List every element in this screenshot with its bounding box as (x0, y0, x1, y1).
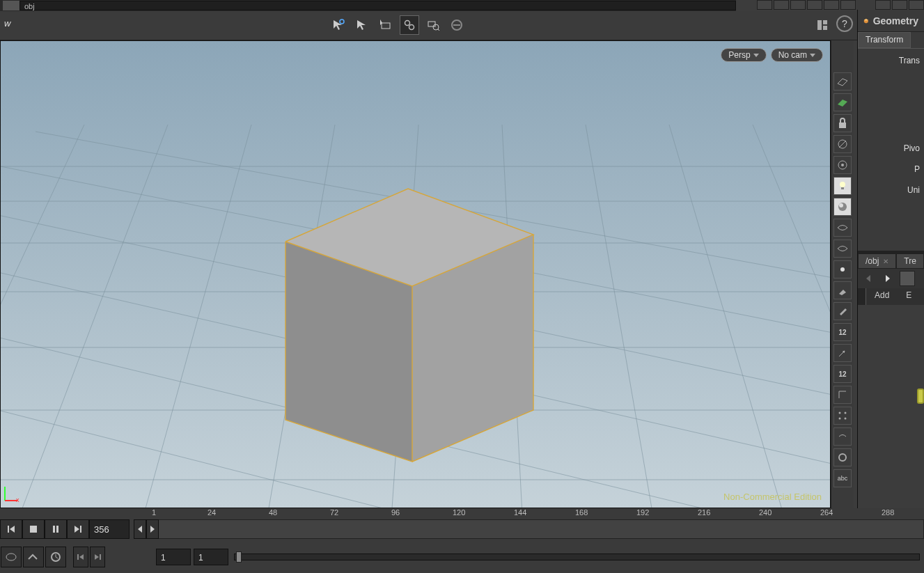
label-icon[interactable]: abc (833, 469, 852, 487)
path-field[interactable]: obj (19, 1, 736, 10)
last-frame-button[interactable] (67, 519, 89, 539)
nav-back-icon[interactable] (861, 271, 876, 286)
shelf-icon-1[interactable] (757, 0, 772, 10)
help-icon[interactable]: ? (836, 15, 853, 32)
prim-number-icon[interactable]: 12 (833, 365, 852, 383)
wire-over-icon[interactable] (833, 240, 852, 258)
close-icon[interactable]: ✕ (883, 258, 888, 265)
svg-point-53 (839, 203, 843, 207)
svg-rect-63 (8, 526, 9, 533)
disc-icon[interactable] (833, 448, 852, 466)
svg-point-0 (340, 19, 344, 24)
playbar-bottom: 1 1 (0, 542, 924, 572)
shelf-icon-3[interactable] (790, 0, 806, 10)
first-frame-button[interactable] (0, 519, 22, 539)
play-backward-button[interactable] (22, 519, 45, 539)
trail-icon[interactable] (833, 427, 852, 446)
pause-button[interactable] (45, 519, 67, 539)
hide-other-icon[interactable] (833, 135, 852, 153)
svg-marker-44 (838, 100, 847, 107)
brush-display-icon[interactable] (833, 281, 852, 299)
display-options-rail: 12 12 abc (831, 40, 854, 508)
shelf-icon-5[interactable] (824, 0, 839, 10)
svg-marker-43 (838, 79, 847, 86)
key-icon[interactable] (23, 547, 44, 567)
svg-point-68 (6, 554, 16, 560)
nav-forward-icon[interactable] (880, 271, 895, 286)
label-uniform: Uni (859, 185, 923, 195)
step-back-button[interactable] (134, 519, 146, 539)
headlight-icon[interactable] (833, 177, 852, 195)
timeline-track[interactable] (149, 519, 924, 539)
step-forward-button[interactable] (146, 519, 159, 539)
geometry-box[interactable] (283, 186, 547, 471)
svg-line-47 (839, 141, 846, 148)
network-tab-obj[interactable]: /obj✕ (858, 253, 896, 269)
disable-tool-icon[interactable] (447, 15, 467, 35)
select-tool-icon[interactable] (329, 15, 348, 35)
select-visible-tool-icon[interactable] (352, 15, 372, 35)
normals-icon[interactable] (833, 344, 852, 362)
svg-rect-67 (80, 526, 81, 533)
network-gutter[interactable] (858, 288, 866, 305)
lock-camera-icon[interactable] (833, 114, 852, 132)
range-slider[interactable] (234, 554, 920, 560)
shelf-icon-4[interactable] (807, 0, 822, 10)
geometry-node[interactable] (917, 388, 924, 404)
svg-point-56 (839, 412, 841, 414)
network-view-icon[interactable] (900, 271, 915, 286)
svg-rect-51 (841, 187, 844, 189)
menu-edit[interactable]: E (898, 288, 920, 305)
svg-rect-66 (56, 526, 58, 533)
parameter-panel: Geometry Transform Trans Pivo P Uni /obj… (857, 10, 924, 572)
range-end-button[interactable] (90, 547, 105, 567)
current-frame-field[interactable]: 356 (89, 519, 130, 539)
ghost-other-icon[interactable] (833, 156, 852, 174)
label-pivot: Pivo (859, 143, 923, 153)
network-tab-tree[interactable]: Tre (896, 253, 924, 269)
node-type-icon[interactable] (3, 1, 19, 10)
ref-plane-icon[interactable] (833, 72, 852, 91)
view-layout-icon[interactable] (813, 15, 832, 35)
svg-point-5 (433, 24, 439, 30)
grid-points-icon[interactable] (833, 407, 852, 425)
svg-line-20 (1, 125, 84, 508)
xray-icon[interactable] (833, 219, 852, 237)
viewport-3d[interactable]: Persp No cam Non-Commercial Edition x (0, 40, 831, 508)
svg-rect-1 (382, 23, 390, 29)
menu-add[interactable]: Add (866, 288, 898, 305)
label-transform-order: Trans (859, 56, 923, 65)
snapping-tool-icon[interactable] (400, 15, 419, 35)
profile-icon[interactable] (833, 386, 852, 404)
construction-plane-icon[interactable] (833, 93, 852, 111)
svg-line-6 (438, 29, 439, 31)
svg-line-71 (56, 557, 58, 558)
range-start-button[interactable] (73, 547, 88, 567)
svg-rect-45 (839, 123, 846, 128)
svg-rect-65 (53, 526, 55, 533)
camera-persp-dropdown[interactable]: Persp (721, 48, 766, 62)
shelf-icon-9[interactable] (909, 0, 924, 10)
range-start-field[interactable]: 1 (156, 549, 191, 565)
inspect-tool-icon[interactable] (423, 15, 443, 35)
svg-rect-64 (30, 526, 37, 533)
picker-icon[interactable] (833, 302, 852, 320)
svg-point-55 (840, 267, 845, 272)
svg-line-21 (15, 125, 168, 508)
timeline-ruler[interactable]: 1 24 48 72 96 120 144 168 192 216 240 26… (149, 508, 924, 518)
camera-select-dropdown[interactable]: No cam (771, 48, 823, 62)
range-start2-field[interactable]: 1 (194, 549, 228, 565)
shelf-icon-7[interactable] (875, 0, 891, 10)
tab-transform[interactable]: Transform (858, 32, 911, 48)
shelf-icon-2[interactable] (774, 0, 789, 10)
point-number-icon[interactable]: 12 (833, 323, 852, 341)
realtime-icon[interactable] (45, 547, 66, 567)
shelf-icon-6[interactable] (840, 0, 856, 10)
auto-key-icon[interactable] (1, 547, 22, 567)
svg-point-57 (845, 412, 847, 414)
region-tool-icon[interactable] (376, 15, 396, 35)
label-p: P (859, 164, 923, 174)
shading-mode-icon[interactable] (833, 198, 852, 216)
point-display-icon[interactable] (833, 260, 852, 278)
shelf-icon-8[interactable] (892, 0, 907, 10)
